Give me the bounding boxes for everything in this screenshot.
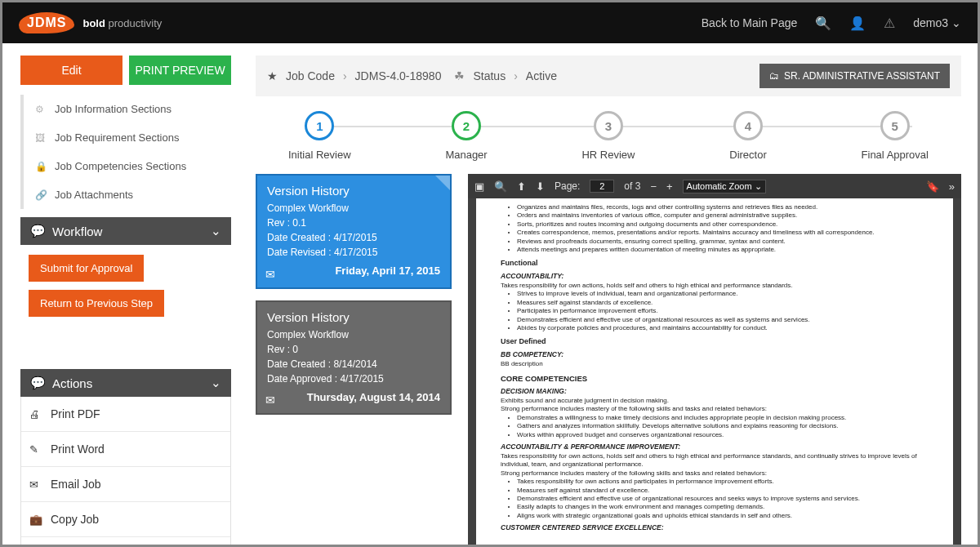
- mail-icon[interactable]: ✉: [265, 394, 275, 407]
- page-count: of 3: [624, 180, 640, 192]
- chevron-down-icon: ⌄: [211, 376, 221, 390]
- action-copy-job[interactable]: 💼Copy Job: [21, 502, 230, 537]
- breadcrumb: ★ Job Code › JDMS-4.0-18980 ☘ Status › A…: [256, 56, 961, 96]
- pdf-viewer: ▣ 🔍 ⬆ ⬇ Page: of 3 − + Automatic Zoom ⌄ …: [468, 174, 961, 545]
- alert-icon[interactable]: ⚠: [884, 16, 895, 31]
- gear-icon: ⚙: [35, 104, 47, 115]
- zoom-in-icon[interactable]: +: [666, 180, 673, 193]
- pdf-page-content[interactable]: Organizes and maintains files, records, …: [476, 198, 953, 545]
- star-icon[interactable]: ★: [267, 69, 278, 82]
- version-list: Version History Complex Workflow Rev : 0…: [256, 174, 452, 545]
- chevron-down-icon: ⌄: [951, 16, 961, 29]
- zoom-out-icon[interactable]: −: [650, 180, 657, 193]
- logo-tagline: bold productivity: [82, 17, 162, 29]
- job-title-badge: 🗂 SR. ADMINISTRATIVE ASSISTANT: [760, 64, 950, 88]
- step-2[interactable]: 2Manager: [445, 111, 487, 161]
- action-print-word[interactable]: ✎Print Word: [21, 432, 230, 467]
- mail-icon[interactable]: ✉: [265, 268, 275, 281]
- page-input[interactable]: [590, 180, 614, 193]
- version-card-current[interactable]: Version History Complex Workflow Rev : 0…: [256, 174, 452, 289]
- page-label: Page:: [555, 180, 580, 192]
- edit-icon: ✎: [29, 443, 42, 456]
- step-1[interactable]: 1Initial Review: [288, 111, 351, 161]
- logo: JDMS: [19, 12, 74, 33]
- chevron-down-icon: ⌄: [211, 224, 221, 238]
- version-card-prev[interactable]: Version History Complex Workflow Rev : 0…: [256, 300, 452, 416]
- topbar: JDMS bold productivity Back to Main Page…: [2, 2, 978, 43]
- user-icon[interactable]: 👤: [849, 16, 866, 31]
- print-icon: 🖨: [29, 408, 42, 420]
- corner-fold-icon: [435, 176, 450, 190]
- zoom-select[interactable]: Automatic Zoom ⌄: [683, 180, 766, 193]
- pdf-toolbar: ▣ 🔍 ⬆ ⬇ Page: of 3 − + Automatic Zoom ⌄ …: [468, 174, 961, 198]
- edit-button[interactable]: Edit: [20, 56, 122, 85]
- nav-job-attach[interactable]: 🔗Job Attachments: [20, 180, 231, 209]
- workflow-stepper: 1Initial Review 2Manager 3HR Review 4Dir…: [256, 96, 961, 169]
- sidebar: Edit PRINT PREVIEW ⚙Job Information Sect…: [2, 43, 239, 545]
- search-icon[interactable]: 🔍: [815, 16, 831, 31]
- action-version-history[interactable]: 📄Version History: [21, 537, 230, 547]
- briefcase-icon: 💼: [29, 514, 42, 526]
- page-up-icon[interactable]: ⬆: [517, 180, 526, 193]
- step-5[interactable]: 5Final Approval: [862, 111, 929, 161]
- action-email-job[interactable]: ✉Email Job: [21, 467, 230, 502]
- leaf-icon: ☘: [454, 69, 465, 82]
- actions-panel-head[interactable]: 💬 Actions ⌄: [20, 369, 231, 397]
- print-preview-button[interactable]: PRINT PREVIEW: [129, 56, 231, 85]
- return-previous-button[interactable]: Return to Previous Step: [29, 290, 164, 317]
- lock-icon: 🔒: [35, 161, 47, 172]
- sidebar-toggle-icon[interactable]: ▣: [474, 180, 484, 193]
- action-print-pdf[interactable]: 🖨Print PDF: [21, 397, 230, 432]
- step-3[interactable]: 3HR Review: [581, 111, 635, 161]
- nav-job-info[interactable]: ⚙Job Information Sections: [20, 95, 231, 123]
- comment-icon: 💬: [30, 376, 46, 390]
- bc-status: Active: [526, 69, 557, 82]
- page-down-icon[interactable]: ⬇: [536, 180, 545, 193]
- back-link[interactable]: Back to Main Page: [702, 16, 798, 29]
- image-icon: 🖼: [35, 132, 47, 144]
- submit-approval-button[interactable]: Submit for Approval: [29, 255, 144, 282]
- bc-jobcode[interactable]: JDMS-4.0-18980: [355, 69, 442, 82]
- bc-jobcode-label: Job Code: [286, 69, 335, 82]
- main: ★ Job Code › JDMS-4.0-18980 ☘ Status › A…: [239, 43, 978, 545]
- badge-icon: 🗂: [769, 70, 779, 82]
- bookmark-icon[interactable]: 🔖: [926, 180, 939, 193]
- bc-status-label: Status: [473, 69, 506, 82]
- user-menu[interactable]: demo3 ⌄: [913, 16, 961, 29]
- nav-job-comp[interactable]: 🔒Job Competencies Sections: [20, 152, 231, 180]
- step-4[interactable]: 4Director: [729, 111, 767, 161]
- workflow-panel-head[interactable]: 💬 Workflow ⌄: [20, 217, 231, 245]
- find-icon[interactable]: 🔍: [494, 180, 507, 193]
- tools-icon[interactable]: »: [949, 180, 955, 193]
- nav-job-req[interactable]: 🖼Job Requirement Sections: [20, 123, 231, 152]
- mail-icon: ✉: [29, 478, 42, 491]
- link-icon: 🔗: [35, 189, 47, 201]
- comment-icon: 💬: [30, 224, 46, 238]
